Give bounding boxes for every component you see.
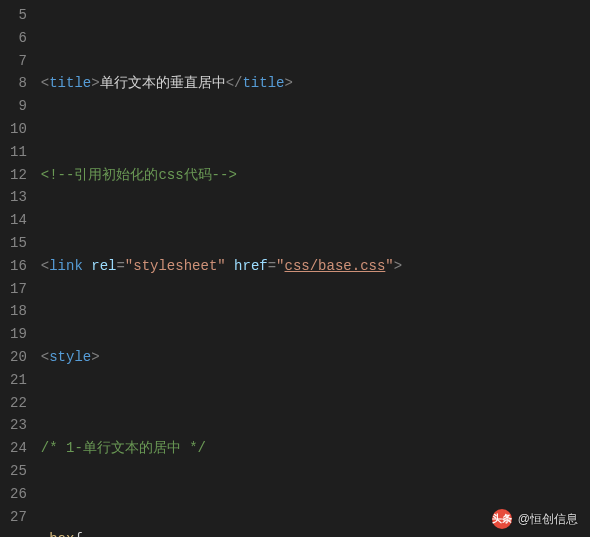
line-number: 27: [10, 506, 27, 529]
watermark: 头条 @恒创信息: [492, 509, 578, 529]
code-area[interactable]: <title>单行文本的垂直居中</title> <!--引用初始化的css代码…: [41, 0, 491, 537]
line-number: 20: [10, 346, 27, 369]
line-number: 5: [10, 4, 27, 27]
code-line: <!--引用初始化的css代码-->: [41, 164, 491, 187]
code-editor: 5 6 7 8 9 10 11 12 13 14 15 16 17 18 19 …: [0, 0, 590, 537]
line-number: 6: [10, 27, 27, 50]
line-number: 12: [10, 164, 27, 187]
line-number: 21: [10, 369, 27, 392]
line-number: 7: [10, 50, 27, 73]
code-line: <title>单行文本的垂直居中</title>: [41, 72, 491, 95]
line-number: 24: [10, 437, 27, 460]
line-number: 8: [10, 72, 27, 95]
line-number: 11: [10, 141, 27, 164]
line-gutter: 5 6 7 8 9 10 11 12 13 14 15 16 17 18 19 …: [0, 0, 41, 537]
code-line: .box{: [41, 528, 491, 537]
line-number: 9: [10, 95, 27, 118]
line-number: 17: [10, 278, 27, 301]
line-number: 25: [10, 460, 27, 483]
line-number: 18: [10, 300, 27, 323]
line-number: 15: [10, 232, 27, 255]
line-number: 14: [10, 209, 27, 232]
line-number: 26: [10, 483, 27, 506]
line-number: 19: [10, 323, 27, 346]
code-line: <style>: [41, 346, 491, 369]
line-number: 22: [10, 392, 27, 415]
watermark-logo-icon: 头条: [492, 509, 512, 529]
code-line: <link rel="stylesheet" href="css/base.cs…: [41, 255, 491, 278]
code-line: /* 1-单行文本的居中 */: [41, 437, 491, 460]
line-number: 23: [10, 414, 27, 437]
line-number: 10: [10, 118, 27, 141]
line-number: 16: [10, 255, 27, 278]
line-number: 13: [10, 186, 27, 209]
watermark-text: @恒创信息: [518, 511, 578, 528]
